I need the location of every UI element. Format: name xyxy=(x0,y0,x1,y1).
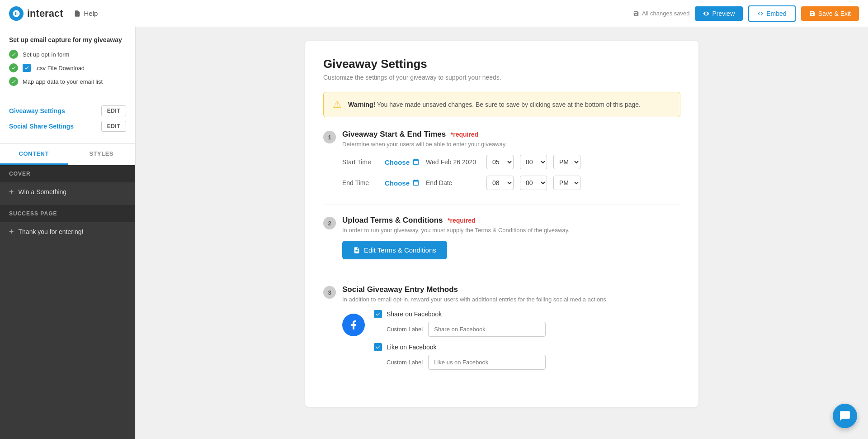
giveaway-settings-label[interactable]: Giveaway Settings xyxy=(9,107,65,115)
check-icon-2 xyxy=(9,63,18,72)
logo-icon xyxy=(9,6,24,21)
social-section: 3 Social Giveaway Entry Methods In addit… xyxy=(323,285,680,376)
share-fb-label: Share on Facebook xyxy=(387,310,442,318)
nav-left: interact Help xyxy=(9,6,98,21)
checklist-label-3: Map app data to your email list xyxy=(23,78,103,85)
section2-required: *required xyxy=(448,217,475,224)
end-date-display: End Date xyxy=(426,179,480,186)
cover-item-plus: + xyxy=(9,188,14,196)
save-exit-button[interactable]: Save & Exit xyxy=(801,6,859,21)
like-fb-label: Like on Facebook xyxy=(387,344,437,351)
end-time-label: End Time xyxy=(342,179,378,186)
start-time-choose-btn[interactable]: Choose xyxy=(385,158,420,166)
section1-required: *required xyxy=(451,131,478,138)
section1-num: 1 xyxy=(323,131,336,143)
end-hour-select[interactable]: 0801020304 0506070910 1112 xyxy=(486,176,514,190)
section3-num: 3 xyxy=(323,286,336,299)
success-section-header: SUCCESS PAGE xyxy=(0,205,135,222)
sidebar-setup: Set up email capture for my giveaway Set… xyxy=(0,27,135,98)
share-fb-check-row: Share on Facebook xyxy=(374,310,680,318)
social-fb-row: Share on Facebook Custom Label xyxy=(342,310,680,376)
checklist-item-1: Set up opt-in form xyxy=(9,50,126,59)
warning-text: Warning! You have made unsaved changes. … xyxy=(348,101,641,108)
social-settings-label[interactable]: Social Share Settings xyxy=(9,123,74,130)
page-subtitle: Customize the settings of your giveaway … xyxy=(323,74,680,81)
share-fb-checkbox[interactable] xyxy=(374,310,382,318)
like-fb-checkbox[interactable] xyxy=(374,343,382,351)
checklist-item-3: Map app data to your email list xyxy=(9,77,126,86)
share-fb-input[interactable] xyxy=(428,322,546,337)
section1-title-wrap: Giveaway Start & End Times *required Det… xyxy=(342,130,507,148)
sidebar: Set up email capture for my giveaway Set… xyxy=(0,27,136,439)
social-settings-edit-btn[interactable]: EDIT xyxy=(101,121,126,132)
chat-bubble-button[interactable] xyxy=(833,404,857,428)
giveaway-settings-row: Giveaway Settings EDIT xyxy=(9,105,126,116)
section1-header: 1 Giveaway Start & End Times *required D… xyxy=(323,130,680,148)
end-time-choose-btn[interactable]: Choose xyxy=(385,179,420,187)
facebook-icon xyxy=(342,314,365,336)
page-title: Giveaway Settings xyxy=(323,57,680,71)
like-fb-custom-row: Custom Label xyxy=(387,355,680,370)
end-min-select[interactable]: 0005101520 2530354045 5055 xyxy=(520,176,547,190)
section2-title-wrap: Upload Terms & Conditions *required In o… xyxy=(342,216,570,234)
section1-desc: Determine when your users will be able t… xyxy=(342,141,507,148)
nav-right: All changes saved Preview Embed Save & E… xyxy=(633,5,859,22)
start-period-select[interactable]: PMAM xyxy=(553,155,580,169)
embed-button[interactable]: Embed xyxy=(748,5,795,22)
help-link[interactable]: Help xyxy=(74,10,98,17)
social-checks: Share on Facebook Custom Label xyxy=(374,310,680,376)
section3-title: Social Giveaway Entry Methods xyxy=(342,285,608,294)
csv-icon xyxy=(23,64,31,72)
start-end-times-section: 1 Giveaway Start & End Times *required D… xyxy=(323,130,680,190)
share-fb-custom-text: Custom Label xyxy=(387,326,423,333)
section3-title-wrap: Social Giveaway Entry Methods In additio… xyxy=(342,285,608,303)
terms-section: 2 Upload Terms & Conditions *required In… xyxy=(323,216,680,259)
logo-text: interact xyxy=(27,8,63,19)
main-content: Giveaway Settings Customize the settings… xyxy=(136,27,868,439)
start-time-row: Start Time Choose Wed Feb 26 2020 050102… xyxy=(342,155,680,169)
check-icon-3 xyxy=(9,77,18,86)
time-fields: Start Time Choose Wed Feb 26 2020 050102… xyxy=(323,155,680,190)
section1-title: Giveaway Start & End Times *required xyxy=(342,130,507,139)
success-item-plus: + xyxy=(9,228,14,236)
warning-message: You have made unsaved changes. Be sure t… xyxy=(377,101,641,108)
warning-banner: ⚠ Warning! You have made unsaved changes… xyxy=(323,92,680,117)
like-fb-check-row: Like on Facebook xyxy=(374,343,680,351)
setup-title: Set up email capture for my giveaway xyxy=(9,36,126,43)
share-fb-custom-row: Custom Label xyxy=(387,322,680,337)
preview-button[interactable]: Preview xyxy=(695,6,743,21)
top-nav: interact Help All changes saved Preview … xyxy=(0,0,868,27)
sidebar-settings: Giveaway Settings EDIT Social Share Sett… xyxy=(0,98,135,144)
start-hour-select[interactable]: 0501020304 0607080910 1112 xyxy=(486,155,514,169)
checklist-label-1: Set up opt-in form xyxy=(23,51,69,58)
social-content: Share on Facebook Custom Label xyxy=(323,310,680,376)
start-time-label: Start Time xyxy=(342,158,378,166)
warning-bold: Warning! xyxy=(348,101,375,108)
tab-content[interactable]: CONTENT xyxy=(0,144,68,165)
giveaway-settings-edit-btn[interactable]: EDIT xyxy=(101,105,126,116)
like-fb-input[interactable] xyxy=(428,355,546,370)
section2-desc: In order to run your giveaway, you must … xyxy=(342,227,570,234)
checklist-label-2: .csv File Download xyxy=(35,65,85,72)
cover-item-1[interactable]: + Win a Something xyxy=(0,182,135,201)
end-time-row: End Time Choose End Date 0801020304 0506… xyxy=(342,176,680,190)
section2-num: 2 xyxy=(323,217,336,229)
cover-item-label: Win a Something xyxy=(19,188,67,196)
divider-2 xyxy=(323,274,680,274)
help-label: Help xyxy=(84,10,98,17)
start-min-select[interactable]: 0005101520 2530354045 5055 xyxy=(520,155,547,169)
settings-card: Giveaway Settings Customize the settings… xyxy=(305,41,698,407)
check-icon-1 xyxy=(9,50,18,59)
divider-1 xyxy=(323,205,680,205)
end-period-select[interactable]: PMAM xyxy=(553,176,580,190)
tab-styles[interactable]: STYLES xyxy=(68,144,136,165)
section3-desc: In addition to email opt-in, reward your… xyxy=(342,296,608,303)
warning-icon: ⚠ xyxy=(333,99,342,110)
like-fb-custom-text: Custom Label xyxy=(387,359,423,366)
sidebar-tabs: CONTENT STYLES xyxy=(0,144,135,165)
success-item-1[interactable]: + Thank you for entering! xyxy=(0,222,135,241)
edit-terms-button[interactable]: Edit Terms & Conditions xyxy=(342,241,447,259)
start-date-display: Wed Feb 26 2020 xyxy=(426,158,480,166)
like-on-facebook-item: Like on Facebook Custom Label xyxy=(374,343,680,370)
logo: interact xyxy=(9,6,63,21)
